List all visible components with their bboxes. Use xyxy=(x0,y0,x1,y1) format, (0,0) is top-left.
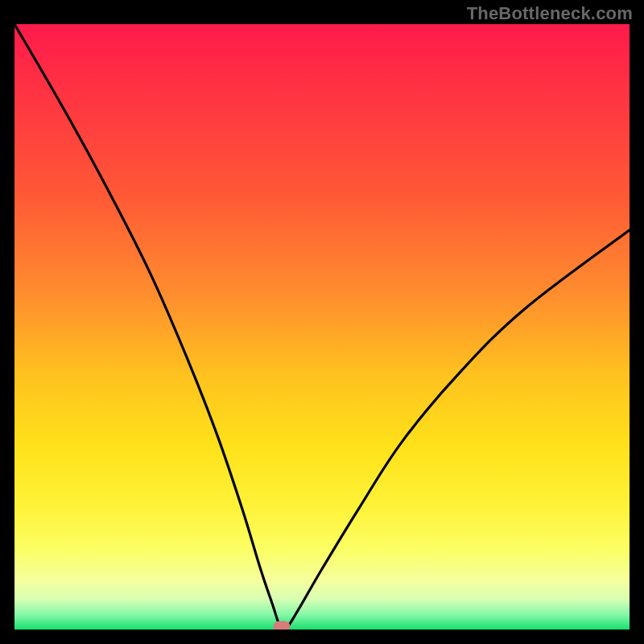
chart-frame: TheBottleneck.com xyxy=(0,0,644,644)
watermark-text: TheBottleneck.com xyxy=(467,3,633,24)
optimum-marker xyxy=(273,621,291,630)
svg-rect-0 xyxy=(274,621,290,630)
bottleneck-curve xyxy=(14,24,630,630)
plot-area xyxy=(14,24,630,630)
